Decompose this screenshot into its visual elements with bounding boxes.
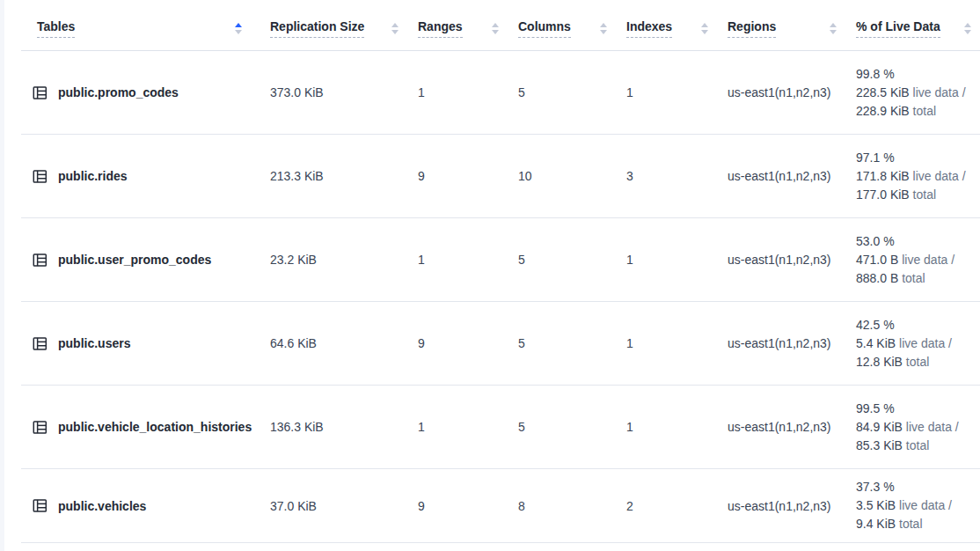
table-name-link[interactable]: public.users [58, 336, 130, 350]
live-data-cell: 99.8 % 228.5 KiB live data / 228.9 KiB t… [845, 51, 980, 135]
table-name-link[interactable]: public.promo_codes [58, 85, 179, 99]
live-data-percent: 99.5 % [856, 400, 973, 418]
column-header-tables-label[interactable]: Tables [37, 19, 75, 38]
indexes-cell: 1 [616, 218, 717, 302]
column-header-regions[interactable]: Regions [717, 7, 845, 51]
sort-arrows-icon[interactable] [492, 23, 499, 34]
column-header-ranges-label[interactable]: Ranges [418, 19, 463, 38]
columns-cell: 8 [508, 469, 616, 543]
columns-cell: 5 [508, 386, 616, 469]
live-data-cell: 37.3 % 3.5 KiB live data / 9.4 KiB total [845, 469, 980, 543]
page-left-gutter [0, 0, 4, 551]
column-header-regions-label[interactable]: Regions [728, 19, 776, 38]
table-row[interactable]: public.user_promo_codes 23.2 KiB 1 5 1 u… [21, 218, 980, 302]
replication-size-cell: 213.3 KiB [260, 135, 407, 218]
live-data-cell: 42.5 % 5.4 KiB live data / 12.8 KiB tota… [845, 302, 980, 386]
table-header-row: Tables Replication Size Ranges [21, 7, 980, 51]
table-row[interactable]: public.vehicles 37.0 KiB 9 8 2 us-east1(… [21, 469, 980, 543]
indexes-cell: 1 [616, 386, 717, 469]
table-icon [33, 420, 48, 435]
column-header-replication-size-label[interactable]: Replication Size [270, 19, 364, 38]
table-row[interactable]: public.rides 213.3 KiB 9 10 3 us-east1(n… [21, 135, 980, 218]
regions-cell: us-east1(n1,n2,n3) [717, 386, 845, 469]
table-icon [33, 498, 48, 513]
tables-list-container: Tables Replication Size Ranges [21, 7, 980, 543]
table-icon [33, 85, 48, 100]
sort-arrows-icon[interactable] [964, 23, 971, 34]
live-data-cell: 53.0 % 471.0 B live data / 888.0 B total [845, 218, 980, 302]
sort-arrows-icon[interactable] [235, 23, 242, 34]
tables-page: Tables Replication Size Ranges [0, 0, 980, 551]
table-name-link[interactable]: public.user_promo_codes [58, 253, 211, 267]
columns-cell: 10 [508, 135, 616, 218]
ranges-cell: 1 [407, 386, 508, 469]
replication-size-cell: 23.2 KiB [260, 218, 407, 302]
column-header-live-data-label[interactable]: % of Live Data [856, 19, 940, 38]
ranges-cell: 9 [407, 302, 508, 386]
sort-arrows-icon[interactable] [600, 23, 607, 34]
column-header-indexes-label[interactable]: Indexes [626, 19, 672, 38]
table-name-link[interactable]: public.vehicles [58, 499, 146, 513]
regions-cell: us-east1(n1,n2,n3) [717, 51, 845, 135]
columns-cell: 5 [508, 51, 616, 135]
live-data-cell: 97.1 % 171.8 KiB live data / 177.0 KiB t… [845, 135, 980, 218]
regions-cell: us-east1(n1,n2,n3) [717, 302, 845, 386]
live-data-percent: 37.3 % [856, 478, 973, 496]
replication-size-cell: 136.3 KiB [260, 386, 407, 469]
column-header-columns-label[interactable]: Columns [518, 19, 571, 38]
database-tables-table: Tables Replication Size Ranges [21, 7, 980, 543]
regions-cell: us-east1(n1,n2,n3) [717, 469, 845, 543]
column-header-indexes[interactable]: Indexes [616, 7, 717, 51]
column-header-live-data[interactable]: % of Live Data [845, 7, 980, 51]
live-data-cell: 99.5 % 84.9 KiB live data / 85.3 KiB tot… [845, 386, 980, 469]
indexes-cell: 2 [616, 469, 717, 543]
sort-arrows-icon[interactable] [701, 23, 708, 34]
table-row[interactable]: public.users 64.6 KiB 9 5 1 us-east1(n1,… [21, 302, 980, 386]
column-header-columns[interactable]: Columns [508, 7, 616, 51]
table-name-link[interactable]: public.vehicle_location_histories [58, 420, 252, 434]
column-header-ranges[interactable]: Ranges [407, 7, 508, 51]
table-row[interactable]: public.promo_codes 373.0 KiB 1 5 1 us-ea… [21, 51, 980, 135]
table-icon [33, 253, 48, 268]
indexes-cell: 1 [616, 302, 717, 386]
sort-arrows-icon[interactable] [830, 23, 837, 34]
live-data-percent: 42.5 % [856, 316, 973, 334]
live-data-percent: 53.0 % [856, 232, 973, 251]
live-data-percent: 99.8 % [856, 65, 973, 84]
table-name-link[interactable]: public.rides [58, 169, 128, 183]
replication-size-cell: 64.6 KiB [260, 302, 407, 386]
replication-size-cell: 37.0 KiB [260, 469, 407, 543]
columns-cell: 5 [508, 302, 616, 386]
regions-cell: us-east1(n1,n2,n3) [717, 218, 845, 302]
regions-cell: us-east1(n1,n2,n3) [717, 135, 845, 218]
sort-arrows-icon[interactable] [391, 23, 399, 34]
table-row[interactable]: public.vehicle_location_histories 136.3 … [21, 386, 980, 469]
ranges-cell: 9 [407, 135, 508, 218]
indexes-cell: 1 [616, 51, 717, 135]
ranges-cell: 1 [407, 51, 508, 135]
live-data-percent: 97.1 % [856, 149, 973, 167]
columns-cell: 5 [508, 218, 616, 302]
table-icon [33, 169, 48, 184]
ranges-cell: 1 [407, 218, 508, 302]
ranges-cell: 9 [407, 469, 508, 543]
table-icon [33, 336, 48, 351]
replication-size-cell: 373.0 KiB [260, 51, 407, 135]
column-header-tables[interactable]: Tables [21, 7, 260, 51]
column-header-replication-size[interactable]: Replication Size [260, 7, 407, 51]
indexes-cell: 3 [616, 135, 717, 218]
